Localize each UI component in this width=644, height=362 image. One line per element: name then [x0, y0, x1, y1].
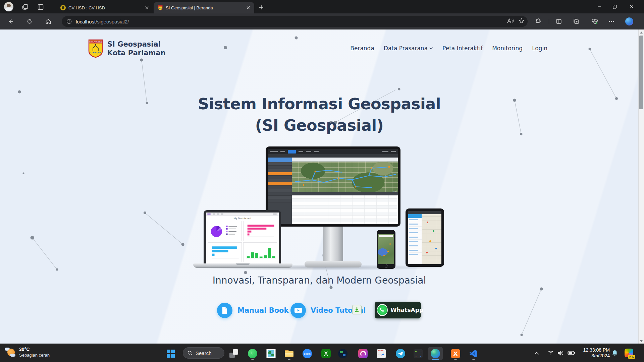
- start-button[interactable]: [164, 347, 177, 360]
- refresh-icon[interactable]: [25, 17, 34, 26]
- copilot-icon[interactable]: [625, 17, 634, 26]
- volume-icon[interactable]: [556, 344, 565, 362]
- url-host: localhost: [76, 19, 96, 24]
- game-bar-icon: ++ ▪▪: [414, 349, 423, 358]
- tab-si-geospasial-favicon: [158, 5, 163, 10]
- weather-widget[interactable]: 30°C Sebagian cerah: [5, 346, 50, 358]
- taskbar-m365[interactable]: [356, 347, 370, 360]
- browser-toolbar: localhost/sigeospasial2/: [0, 13, 644, 30]
- copilot-preview-icon[interactable]: PRE: [625, 349, 633, 357]
- back-icon[interactable]: [6, 17, 15, 26]
- gis-map-icon: [266, 349, 276, 358]
- tab-close-icon[interactable]: [245, 4, 252, 11]
- search-icon: [187, 351, 193, 356]
- wifi-icon[interactable]: [547, 344, 555, 362]
- home-icon[interactable]: [44, 17, 53, 26]
- taskbar-telegram[interactable]: [394, 347, 407, 360]
- tab-close-icon[interactable]: [144, 4, 150, 11]
- nav-item-monitoring[interactable]: Monitoring: [492, 45, 523, 52]
- download-icon[interactable]: [352, 305, 362, 314]
- manual-book-button[interactable]: [217, 303, 232, 318]
- active-running-indicator: [432, 359, 439, 360]
- window-restore-button[interactable]: [607, 0, 623, 13]
- tab-si-geospasial[interactable]: SI Geospasial | Beranda: [154, 2, 254, 13]
- main-navigation: Beranda Data Prasarana Peta Interaktif M…: [350, 45, 547, 52]
- titlebar-divider: [53, 4, 53, 9]
- new-tab-button[interactable]: [257, 3, 266, 12]
- document-icon: [221, 307, 228, 314]
- site-info-icon[interactable]: [66, 19, 72, 24]
- laptop-mockup: My Dashboard: [204, 210, 281, 263]
- settings-more-icon[interactable]: [607, 17, 616, 26]
- taskbar-vscode[interactable]: [467, 347, 480, 360]
- taskbar-gis-app[interactable]: [264, 347, 278, 360]
- tab-cv-hsd[interactable]: CV HSD : CV HSD: [56, 2, 153, 13]
- browser-essentials-icon[interactable]: [590, 17, 599, 26]
- taskbar-clock[interactable]: 12:33:08 PM 3/5/2024: [578, 347, 610, 359]
- xampp-icon: ꓫ: [451, 349, 460, 358]
- scrollbar-thumb[interactable]: [639, 36, 643, 109]
- favorite-star-icon[interactable]: [519, 18, 524, 25]
- scroll-down-icon[interactable]: [639, 338, 644, 344]
- site-logo[interactable]: KOTA PARIAMAN SI Geospasial Kota Pariama…: [88, 39, 166, 58]
- pie-chart-panel: [208, 221, 242, 241]
- green-column-chart-panel: [243, 242, 277, 262]
- nav-item-login[interactable]: Login: [532, 45, 547, 52]
- taskbar-zoom[interactable]: zoom: [301, 347, 314, 360]
- split-screen-icon[interactable]: [554, 17, 564, 26]
- vertical-tabs-icon[interactable]: [36, 3, 45, 11]
- snipping-tool-icon: ✂: [377, 349, 386, 358]
- hero-tagline: Innovasi, Transparan, dan Modern Geospas…: [0, 275, 639, 286]
- tab-title: SI Geospasial | Beranda: [166, 5, 245, 10]
- edge-icon: [431, 349, 440, 358]
- weather-temp: 30°C: [19, 346, 50, 352]
- whatsapp-button[interactable]: WhatsApp: [375, 302, 421, 318]
- battery-icon[interactable]: [567, 344, 576, 362]
- window-close-button[interactable]: [624, 0, 639, 13]
- whatsapp-app-icon: [248, 349, 257, 358]
- globe-app-icon: [338, 349, 347, 358]
- tray-show-hidden-icons[interactable]: [533, 344, 541, 362]
- taskbar-snipping-tool[interactable]: ✂: [375, 347, 388, 360]
- workspaces-icon[interactable]: [21, 3, 30, 11]
- taskbar-game-bar[interactable]: ++ ▪▪: [412, 347, 425, 360]
- running-indicator: [454, 359, 457, 360]
- taskbar-globe-app[interactable]: [336, 347, 350, 360]
- vscode-icon: [469, 349, 478, 358]
- taskbar-file-explorer[interactable]: [282, 347, 296, 360]
- notification-bell-icon[interactable]: [611, 344, 619, 362]
- extensions-icon[interactable]: [534, 17, 543, 26]
- tablet-mockup: [406, 208, 444, 267]
- nav-item-peta-interaktif[interactable]: Peta Interaktif: [442, 45, 483, 52]
- page-scrollbar[interactable]: [638, 29, 644, 344]
- pariaman-emblem: KOTA PARIAMAN: [88, 39, 103, 58]
- read-aloud-icon[interactable]: [507, 18, 514, 25]
- window-minimize-button[interactable]: [592, 0, 607, 13]
- taskbar-xampp[interactable]: ꓫ: [449, 347, 462, 360]
- taskbar-whatsapp[interactable]: [246, 347, 259, 360]
- hero-title-line1: Sistem Informasi Geospasial: [0, 93, 639, 115]
- phone-mockup: [377, 230, 395, 269]
- address-bar[interactable]: localhost/sigeospasial2/: [62, 16, 528, 27]
- collections-icon[interactable]: [572, 17, 581, 26]
- taskbar-edge[interactable]: [428, 347, 443, 360]
- taskbar-search[interactable]: Search: [183, 347, 224, 359]
- browser-profile-avatar[interactable]: [4, 2, 13, 11]
- scroll-up-icon[interactable]: [639, 29, 644, 35]
- task-view-button[interactable]: [227, 347, 240, 360]
- browser-titlebar: CV HSD : CV HSD SI Geospasial | Beranda: [0, 0, 644, 13]
- chevron-down-icon: [429, 47, 433, 50]
- taskbar-xbox[interactable]: [319, 347, 333, 360]
- search-label: Search: [196, 350, 212, 356]
- windows-logo-icon: [167, 350, 175, 358]
- desktop-screen: CV HSD : CV HSD SI Geospasial | Beranda: [0, 0, 644, 362]
- nav-item-data-prasarana[interactable]: Data Prasarana: [384, 45, 433, 52]
- video-tutorial-button[interactable]: [290, 303, 306, 318]
- running-indicator: [472, 359, 475, 360]
- manual-book-label[interactable]: Manual Book: [237, 303, 288, 318]
- hero-title-line2: (SI Geospasial): [0, 115, 639, 136]
- copilot-pre-badge: PRE: [628, 355, 635, 359]
- running-indicator: [251, 359, 254, 360]
- monitor-stand: [323, 226, 343, 262]
- nav-item-beranda[interactable]: Beranda: [350, 45, 374, 52]
